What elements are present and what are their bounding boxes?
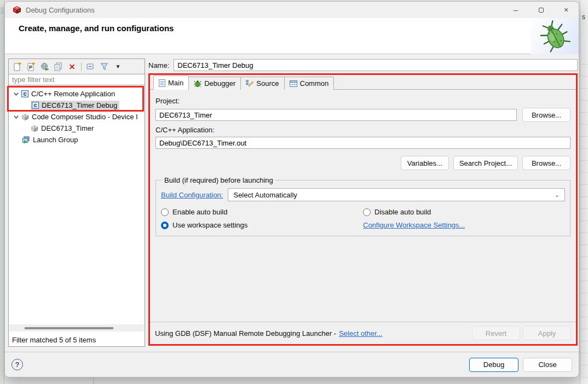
configurations-sidebar: P ✕ [8, 59, 145, 347]
tab-main[interactable]: Main [153, 75, 189, 90]
configurations-tree: c C/C++ Remote Application c DEC6713_Tim… [9, 85, 145, 146]
configure-workspace-settings-link[interactable]: Configure Workspace Settings... [363, 221, 465, 229]
application-input[interactable] [155, 137, 570, 149]
radio-label: Enable auto build [172, 208, 227, 216]
use-workspace-settings-radio[interactable]: Use workspace settings [161, 221, 363, 229]
configuration-editor: Name: Main [148, 59, 578, 348]
background-icon-sliver [1, 7, 4, 14]
dialog-footer: ? Debug Close [5, 352, 579, 377]
tree-item-label: DEC6713_Timer Debug [42, 101, 117, 109]
variables-button[interactable]: Variables... [401, 156, 449, 170]
page-title: Create, manage, and run configurations [5, 18, 579, 33]
application-browse-button[interactable]: Browse... [522, 156, 570, 170]
launcher-text: Using GDB (DSF) Manual Remote Debugging … [155, 329, 336, 338]
help-button[interactable]: ? [11, 359, 23, 370]
maximize-icon [539, 8, 544, 13]
tree-item-dec6713-timer-debug[interactable]: c DEC6713_Timer Debug [9, 100, 145, 111]
document-icon [159, 79, 165, 87]
minimize-button[interactable]: – [503, 2, 528, 18]
launcher-status-bar: Using GDB (DSF) Manual Remote Debugging … [150, 322, 576, 344]
apply-button[interactable]: Apply [523, 326, 571, 340]
tab-label: Common [300, 79, 329, 88]
collapse-all-icon [87, 63, 95, 71]
menu-caret-icon[interactable]: ▼ [113, 62, 123, 71]
background-window-right-strip: s [580, 0, 588, 384]
background-window-left-edge [0, 0, 4, 384]
tree-item-label: Code Composer Studio - Device I [32, 113, 138, 121]
project-label: Project: [155, 97, 570, 105]
tree-item-label: Launch Group [33, 136, 78, 144]
chevron-down-icon[interactable] [12, 91, 20, 97]
bug-illustration [531, 18, 579, 54]
search-project-button[interactable]: Search Project... [453, 156, 518, 170]
chevron-down-icon[interactable] [12, 114, 20, 120]
project-input[interactable] [155, 109, 517, 121]
filter-status-text: Filter matched 5 of 5 items [12, 336, 96, 344]
sidebar-toolbar: P ✕ [9, 59, 145, 74]
duplicate-icon [54, 62, 62, 71]
tree-item-launch-group[interactable]: Launch Group [9, 134, 145, 146]
radio-label: Use workspace settings [172, 221, 247, 229]
tab-debugger[interactable]: Debugger [188, 77, 241, 90]
tree-item-label: C/C++ Remote Application [31, 90, 115, 98]
build-before-launch-group: Build (if required) before launching Bui… [155, 176, 570, 236]
source-icon [246, 80, 253, 88]
new-prototype-icon: P [27, 62, 35, 71]
selected-option: Select Automatically [233, 191, 297, 199]
debug-configurations-dialog: Debug Configurations – × Create, manage,… [4, 1, 579, 377]
close-button[interactable]: Close [523, 358, 572, 372]
background-divider-line [93, 377, 94, 384]
application-label: C/C++ Application: [155, 126, 570, 134]
radio-checked-icon [161, 222, 169, 229]
horizontal-scrollbar[interactable] [9, 324, 144, 331]
main-tab-content: Project: Browse... C/C++ Application: Va… [150, 90, 576, 236]
tab-label: Main [168, 79, 183, 87]
tab-source[interactable]: Source [240, 77, 284, 90]
collapse-all-button[interactable] [86, 62, 95, 71]
select-other-launcher-link[interactable]: Select other... [339, 329, 383, 338]
tree-item-remote-application[interactable]: c C/C++ Remote Application [9, 88, 145, 100]
delete-button[interactable]: ✕ [67, 62, 77, 71]
name-input[interactable] [174, 59, 578, 71]
c-app-icon: c [21, 90, 28, 97]
tab-bar: Main Debugger [150, 75, 576, 90]
highlight-rectangle-main: Main Debugger [148, 73, 578, 346]
filter-input[interactable] [9, 74, 145, 85]
project-browse-button[interactable]: Browse... [522, 108, 570, 122]
chevron-down-icon: ⌄ [555, 191, 560, 199]
close-window-button[interactable]: × [554, 2, 579, 18]
debug-button[interactable]: Debug [469, 358, 518, 372]
tab-common[interactable]: Common [284, 77, 335, 90]
new-config-icon [13, 62, 21, 71]
ccs-red-cube-icon [12, 5, 21, 15]
tree-item-label: DEC6713_Timer [41, 124, 94, 132]
selected-row-highlight: c DEC6713_Timer Debug [31, 101, 119, 110]
build-configuration-link[interactable]: Build Configuration: [161, 191, 223, 199]
background-clipped-text: s [582, 13, 585, 21]
tab-label: Source [256, 79, 279, 88]
scrollbar-thumb[interactable] [25, 327, 113, 329]
new-prototype-button[interactable]: P [26, 62, 36, 71]
tree-item-dec6713-timer[interactable]: DEC6713_Timer [9, 123, 145, 134]
title-bar[interactable]: Debug Configurations – × [5, 2, 579, 18]
bug-icon [194, 80, 201, 88]
table-icon [290, 80, 297, 87]
enable-auto-build-radio[interactable]: Enable auto build [161, 208, 363, 216]
toolbar-separator [81, 62, 82, 71]
duplicate-button[interactable] [54, 62, 63, 71]
filter-button[interactable] [100, 62, 109, 71]
new-configuration-button[interactable] [13, 62, 22, 71]
export-configuration-button[interactable] [40, 62, 49, 71]
build-configuration-select[interactable]: Select Automatically ⌄ [228, 188, 565, 201]
maximize-button[interactable] [528, 2, 554, 18]
disable-auto-build-radio[interactable]: Disable auto build [363, 208, 565, 216]
radio-unchecked-icon [363, 208, 371, 216]
dialog-header: Create, manage, and run configurations [5, 18, 579, 54]
launch-group-icon [22, 136, 30, 144]
radio-unchecked-icon [161, 208, 169, 216]
revert-button[interactable]: Revert [472, 326, 520, 340]
tab-label: Debugger [204, 79, 235, 88]
tree-item-code-composer-studio[interactable]: Code Composer Studio - Device I [9, 111, 145, 123]
ccs-cube-icon [31, 125, 38, 132]
window-title: Debug Configurations [26, 6, 95, 14]
